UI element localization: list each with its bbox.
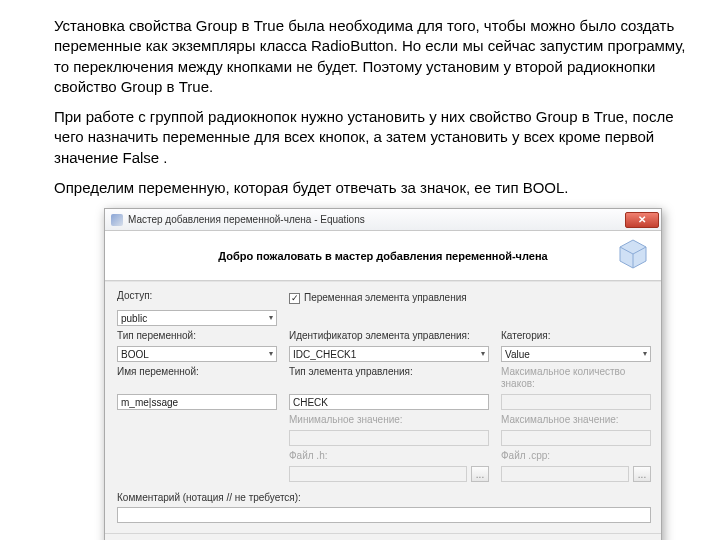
app-icon [111, 214, 123, 226]
dialog-footer: Готово Отмена [105, 533, 661, 540]
chevron-down-icon: ▾ [269, 314, 273, 322]
label-access: Доступ: [117, 290, 277, 306]
max-value-input [501, 430, 651, 446]
category-select[interactable]: Value ▾ [501, 346, 651, 362]
var-name-value: m_me|ssage [121, 397, 178, 408]
label-category: Категория: [501, 330, 651, 342]
control-type-readonly: CHECK [289, 394, 489, 410]
label-max-value: Максимальное значение: [501, 414, 651, 426]
label-var-type: Тип переменной: [117, 330, 277, 342]
access-select[interactable]: public ▾ [117, 310, 277, 326]
wizard-header: Добро пожаловать в мастер добавления пер… [105, 231, 661, 281]
comment-input[interactable] [117, 507, 651, 523]
wizard-header-title: Добро пожаловать в мастер добавления пер… [218, 250, 547, 262]
window-title: Мастер добавления переменной-члена - Equ… [128, 214, 365, 225]
access-value: public [121, 313, 147, 324]
var-type-select[interactable]: BOOL ▾ [117, 346, 277, 362]
titlebar: Мастер добавления переменной-члена - Equ… [105, 209, 661, 231]
label-min-value: Минимальное значение: [289, 414, 489, 426]
chevron-down-icon: ▾ [481, 350, 485, 358]
control-type-value: CHECK [293, 397, 328, 408]
control-variable-checkbox[interactable]: ✓ [289, 293, 300, 304]
label-file-cpp: Файл .cpp: [501, 450, 651, 462]
var-type-value: BOOL [121, 349, 149, 360]
label-file-h: Файл .h: [289, 450, 489, 462]
label-control-variable: Переменная элемента управления [304, 292, 467, 304]
label-control-type: Тип элемента управления: [289, 366, 489, 390]
add-variable-wizard-dialog: Мастер добавления переменной-члена - Equ… [104, 208, 662, 540]
paragraph-1: Установка свойства Group в True была нео… [54, 16, 690, 97]
label-max-chars: Максимальное количество знаков: [501, 366, 651, 390]
chevron-down-icon: ▾ [269, 350, 273, 358]
close-button[interactable]: ✕ [625, 212, 659, 228]
browse-h-button: ... [471, 466, 489, 482]
chevron-down-icon: ▾ [643, 350, 647, 358]
min-value-input [289, 430, 489, 446]
label-comment: Комментарий (нотация // не требуется): [117, 492, 651, 504]
paragraph-3: Определим переменную, которая будет отве… [54, 178, 690, 198]
control-id-value: IDC_CHECK1 [293, 349, 356, 360]
label-var-name: Имя переменной: [117, 366, 277, 390]
control-id-select[interactable]: IDC_CHECK1 ▾ [289, 346, 489, 362]
cube-icon [615, 237, 651, 273]
category-value: Value [505, 349, 530, 360]
max-chars-input [501, 394, 651, 410]
paragraph-2: При работе с группой радиокнопок нужно у… [54, 107, 690, 168]
file-cpp-input [501, 466, 629, 482]
form-area: Доступ: ✓ Переменная элемента управления… [105, 281, 661, 533]
var-name-input[interactable]: m_me|ssage [117, 394, 277, 410]
browse-cpp-button: ... [633, 466, 651, 482]
label-control-id: Идентификатор элемента управления: [289, 330, 489, 342]
file-h-input [289, 466, 467, 482]
